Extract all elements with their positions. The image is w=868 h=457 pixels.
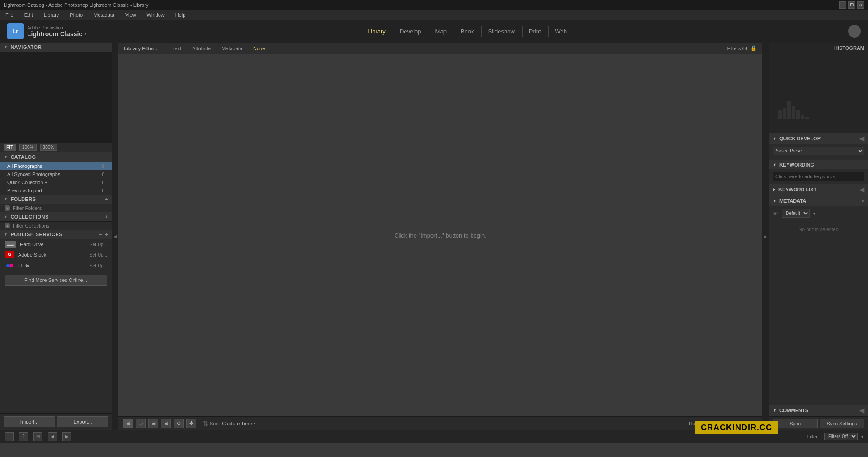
import-button[interactable]: Import... (4, 416, 55, 427)
menu-file[interactable]: File (4, 11, 15, 19)
module-print[interactable]: Print (522, 26, 547, 37)
sort-label: Sort: (210, 421, 220, 426)
menu-window[interactable]: Window (145, 11, 166, 19)
folders-triangle: ▼ (4, 197, 8, 201)
find-more-services-button[interactable]: Find More Services Online... (5, 275, 107, 286)
right-panel-collapse[interactable]: ▶ (762, 43, 769, 430)
navigator-header[interactable]: ▼ Navigator (0, 43, 112, 52)
publish-add-icon[interactable]: + (105, 232, 108, 237)
eye-icon[interactable]: 👁 (773, 210, 778, 217)
zoom-300-button[interactable]: 300% (40, 144, 57, 151)
filter-attribute[interactable]: Attribute (189, 45, 214, 52)
menu-help[interactable]: Help (174, 11, 188, 19)
quick-develop-header[interactable]: ▼ Quick Develop ◀ (769, 133, 868, 144)
sync-settings-button[interactable]: Sync Settings (820, 419, 865, 428)
status-btn-2[interactable]: 2 (19, 432, 28, 441)
status-next-icon[interactable]: ▶ (62, 432, 71, 441)
window-controls[interactable]: ─ ⧠ ✕ (839, 1, 864, 9)
hard-drive-label: Hard Drive (20, 242, 44, 247)
filmstrip-right: Filter : Filters Off ▾ (807, 433, 863, 440)
folders-header[interactable]: ▼ Folders + (0, 195, 112, 204)
all-photographs-label: All Photographs (7, 163, 42, 169)
filter-metadata[interactable]: Metadata (218, 45, 246, 52)
menu-view[interactable]: View (123, 11, 138, 19)
filters-lock-icon[interactable]: 🔒 (750, 45, 757, 51)
grid-view-button[interactable]: ⊞ (123, 419, 133, 428)
sort-value[interactable]: Capture Time (222, 421, 252, 426)
people-view-button[interactable]: ⊙ (174, 419, 184, 428)
sort-chevron[interactable]: ▾ (254, 421, 256, 426)
module-slideshow[interactable]: Slideshow (481, 26, 521, 37)
catalog-quick-collection[interactable]: Quick Collection + 0 (0, 178, 112, 186)
minimize-button[interactable]: ─ (839, 1, 846, 9)
keywording-header[interactable]: ▼ Keywording (769, 160, 868, 169)
publish-minus-icon[interactable]: − (99, 232, 102, 237)
filters-off-label[interactable]: Filters Off (727, 46, 749, 51)
close-button[interactable]: ✕ (857, 1, 864, 9)
module-library[interactable]: Library (361, 26, 392, 37)
status-grid-icon[interactable]: ⊞ (33, 432, 42, 441)
zoom-fit-button[interactable]: FIT (4, 144, 16, 151)
collections-triangle: ▼ (4, 214, 8, 219)
catalog-all-photographs[interactable]: All Photographs 0 (0, 162, 112, 170)
qd-preset-select[interactable]: Saved Preset (773, 147, 864, 155)
chevron-down-icon[interactable]: ▾ (84, 31, 86, 36)
folders-add-icon[interactable]: + (105, 196, 108, 202)
filter-folders-row[interactable]: ◉ Filter Folders (0, 204, 112, 212)
catalog-all-synced[interactable]: All Synced Photographs 0 (0, 170, 112, 178)
filter-collections-label: Filter Collections (13, 223, 49, 228)
filmstrip-chevron[interactable]: ▾ (861, 434, 863, 439)
publish-services-header[interactable]: ▼ Publish Services − + (0, 230, 112, 239)
zoom-100-button[interactable]: 100% (19, 144, 37, 151)
keyword-list-header[interactable]: ▶ Keyword List ◀ (769, 184, 868, 195)
collections-header[interactable]: ▼ Collections + (0, 212, 112, 222)
menu-edit[interactable]: Edit (23, 11, 35, 19)
catalog-previous-import[interactable]: Previous Import 0 (0, 186, 112, 195)
export-button[interactable]: Export... (57, 416, 108, 427)
filmstrip-filter-select[interactable]: Filters Off (824, 433, 858, 440)
keyword-list-collapse-icon[interactable]: ◀ (859, 186, 864, 193)
status-btn-1[interactable]: 1 (5, 432, 14, 441)
module-map[interactable]: Map (429, 26, 453, 37)
metadata-collapse-icon[interactable]: ▾ (861, 197, 864, 205)
publish-flickr[interactable]: Flickr Set Up... (0, 260, 112, 271)
metadata-header[interactable]: ▼ Metadata ▾ (769, 195, 868, 206)
module-book[interactable]: Book (454, 26, 481, 37)
publish-adobe-stock[interactable]: St Adobe Stock Set Up... (0, 249, 112, 260)
comments-header[interactable]: ▼ Comments ◀ (769, 405, 868, 416)
logo-text: Adobe Photoshop Lightroom Classic ▾ (27, 25, 86, 38)
metadata-preset-select[interactable]: Default (782, 209, 810, 218)
menu-photo[interactable]: Photo (68, 11, 85, 19)
previous-import-count: 0 (102, 188, 104, 193)
hard-drive-setup[interactable]: Set Up... (90, 242, 107, 247)
module-develop[interactable]: Develop (393, 26, 428, 37)
catalog-header[interactable]: ▼ Catalog (0, 152, 112, 162)
loupe-view-button[interactable]: ▭ (136, 419, 146, 428)
quick-collection-label: Quick Collection + (7, 180, 47, 185)
filter-text[interactable]: Text (169, 45, 185, 52)
publish-hardrive[interactable]: ▬▬ Hard Drive Set Up... (0, 239, 112, 249)
flickr-setup[interactable]: Set Up... (90, 263, 107, 268)
left-panel-collapse[interactable]: ◀ (112, 43, 118, 430)
spray-tool-button[interactable]: ✤ (186, 419, 196, 428)
metadata-dropdown-icon[interactable]: ▾ (813, 211, 816, 216)
navigator-zoom-row: FIT 100% 300% (0, 143, 112, 152)
collections-add-icon[interactable]: + (105, 214, 108, 219)
survey-view-button[interactable]: ⊞ (161, 419, 171, 428)
quick-develop-collapse-icon[interactable]: ◀ (859, 135, 864, 142)
compare-view-button[interactable]: ⊟ (148, 419, 158, 428)
all-photographs-count: 0 (102, 164, 104, 169)
filter-collections-row[interactable]: ◉ Filter Collections (0, 222, 112, 230)
metadata-section: ▼ Metadata ▾ 👁 Default ▾ No photo select… (769, 195, 868, 244)
module-web[interactable]: Web (548, 26, 574, 37)
catalog-label: Catalog (10, 154, 36, 160)
filter-none[interactable]: None (250, 45, 269, 52)
menu-metadata[interactable]: Metadata (92, 11, 116, 19)
sync-button[interactable]: Sync (773, 419, 818, 428)
adobe-stock-setup[interactable]: Set Up... (90, 252, 107, 257)
restore-button[interactable]: ⧠ (848, 1, 855, 9)
keyword-input[interactable] (773, 172, 864, 181)
menu-library[interactable]: Library (42, 11, 61, 19)
comments-collapse-icon[interactable]: ◀ (859, 407, 864, 414)
status-prev-icon[interactable]: ◀ (48, 432, 57, 441)
